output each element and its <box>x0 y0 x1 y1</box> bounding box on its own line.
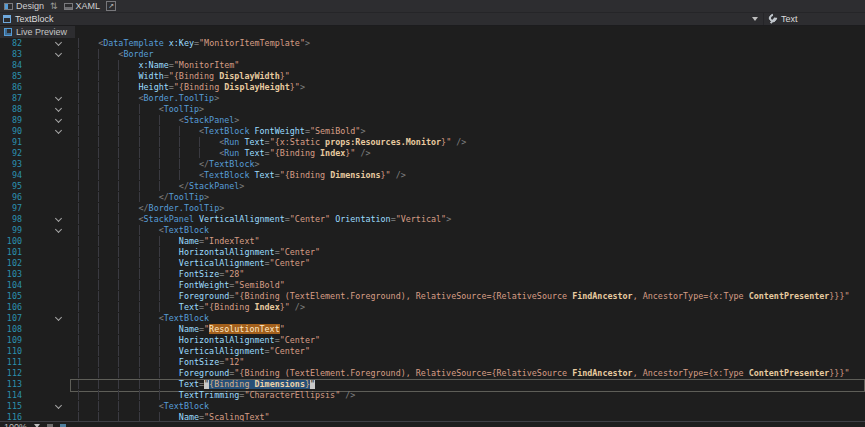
line-number[interactable]: 104 <box>0 280 26 291</box>
fold-chevron-icon[interactable] <box>55 226 62 233</box>
code-line[interactable]: 111 FontSize="12" <box>0 357 865 368</box>
design-tab[interactable]: Design <box>4 0 44 12</box>
code-line[interactable]: 85 Width="{Binding DisplayWidth}" <box>0 71 865 82</box>
code-line[interactable]: 88 <ToolTip> <box>0 104 865 115</box>
line-number[interactable]: 94 <box>0 170 26 181</box>
fold-chevron-icon[interactable] <box>55 39 62 46</box>
line-number[interactable]: 91 <box>0 137 26 148</box>
code-line[interactable]: 102 VerticalAlignment="Center" <box>0 258 865 269</box>
popout-icon[interactable]: ↗ <box>106 1 116 11</box>
live-preview-icon <box>4 28 12 36</box>
line-number[interactable]: 83 <box>0 49 26 60</box>
code-line[interactable]: 95 </StackPanel> <box>0 181 865 192</box>
code-line[interactable]: 83 <Border <box>0 49 865 60</box>
fold-chevron-icon[interactable] <box>55 105 62 112</box>
line-number[interactable]: 102 <box>0 258 26 269</box>
line-number[interactable]: 101 <box>0 247 26 258</box>
element-dropdown[interactable]: TextBlock <box>0 13 763 25</box>
line-number[interactable]: 106 <box>0 302 26 313</box>
line-number[interactable]: 113 <box>0 379 26 390</box>
fold-chevron-icon[interactable] <box>55 50 62 57</box>
line-number[interactable]: 85 <box>0 71 26 82</box>
code-token: FontWeight <box>179 280 229 290</box>
zoom-level[interactable]: 100% <box>4 423 27 427</box>
xaml-tab[interactable]: XAML <box>64 0 101 12</box>
line-number[interactable]: 115 <box>0 401 26 412</box>
code-line[interactable]: 94 <TextBlock Text="{Binding Dimensions}… <box>0 170 865 181</box>
code-line[interactable]: 109 HorizontalAlignment="Center" <box>0 335 865 346</box>
line-number[interactable]: 87 <box>0 93 26 104</box>
line-number[interactable]: 105 <box>0 291 26 302</box>
line-number[interactable]: 84 <box>0 60 26 71</box>
line-number[interactable]: 93 <box>0 159 26 170</box>
element-type-icon <box>3 15 11 23</box>
code-token: x:Name <box>139 60 169 70</box>
code-token <box>78 60 139 70</box>
line-number[interactable]: 99 <box>0 225 26 236</box>
code-line[interactable]: 110 VerticalAlignment="Center" <box>0 346 865 357</box>
code-line[interactable]: 101 HorizontalAlignment="Center" <box>0 247 865 258</box>
fold-chevron-icon[interactable] <box>55 127 62 134</box>
swap-panes-icon[interactable]: ⇅ <box>50 0 58 12</box>
line-number[interactable]: 95 <box>0 181 26 192</box>
code-line[interactable]: 87 <Border.ToolTip> <box>0 93 865 104</box>
code-line[interactable]: 96 </ToolTip> <box>0 192 865 203</box>
code-line[interactable]: 112 Foreground="{Binding (TextElement.Fo… <box>0 368 865 379</box>
code-line[interactable]: 115 <TextBlock <box>0 401 865 412</box>
line-number[interactable]: 86 <box>0 82 26 93</box>
code-line[interactable]: 105 Foreground="{Binding (TextElement.Fo… <box>0 291 865 302</box>
code-line[interactable]: 93 </TextBlock> <box>0 159 865 170</box>
code-line[interactable]: 99 <TextBlock <box>0 225 865 236</box>
code-line[interactable]: 113 Text="{Binding Dimensions}" <box>0 379 865 390</box>
code-token <box>78 357 179 367</box>
member-dropdown[interactable]: Text <box>763 13 865 25</box>
line-number[interactable]: 90 <box>0 126 26 137</box>
code-token: </ <box>199 159 209 169</box>
code-editor[interactable]: 82 <DataTemplate x:Key="MonitorItemTempl… <box>0 38 865 427</box>
code-line[interactable]: 90 <TextBlock FontWeight="SemiBold"> <box>0 126 865 137</box>
fold-chevron-icon[interactable] <box>55 215 62 222</box>
code-line[interactable]: 86 Height="{Binding DisplayHeight}"> <box>0 82 865 93</box>
code-line[interactable]: 91 <Run Text="{x:Static props:Resources.… <box>0 137 865 148</box>
code-line[interactable]: 114 TextTrimming="CharacterEllipsis" /> <box>0 390 865 401</box>
line-number[interactable]: 92 <box>0 148 26 159</box>
code-line[interactable]: 92 <Run Text="{Binding Index}" /> <box>0 148 865 159</box>
code-line[interactable]: 97 </Border.ToolTip> <box>0 203 865 214</box>
code-token: Dimensions <box>330 170 380 180</box>
fold-chevron-icon[interactable] <box>55 314 62 321</box>
line-number[interactable]: 109 <box>0 335 26 346</box>
code-line[interactable]: 84 x:Name="MonitorItem" <box>0 60 865 71</box>
line-number[interactable]: 103 <box>0 269 26 280</box>
line-number[interactable]: 89 <box>0 115 26 126</box>
fold-margin <box>26 214 66 225</box>
code-line[interactable]: 82 <DataTemplate x:Key="MonitorItemTempl… <box>0 38 865 49</box>
line-number[interactable]: 98 <box>0 214 26 225</box>
code-line[interactable]: 89 <StackPanel> <box>0 115 865 126</box>
line-number[interactable]: 96 <box>0 192 26 203</box>
code-line[interactable]: 98 <StackPanel VerticalAlignment="Center… <box>0 214 865 225</box>
line-number[interactable]: 100 <box>0 236 26 247</box>
fold-chevron-icon[interactable] <box>55 94 62 101</box>
line-number[interactable]: 88 <box>0 104 26 115</box>
code-line[interactable]: 107 <TextBlock <box>0 313 865 324</box>
line-number[interactable]: 114 <box>0 390 26 401</box>
line-number[interactable]: 111 <box>0 357 26 368</box>
code-line[interactable]: 104 FontWeight="SemiBold" <box>0 280 865 291</box>
line-number[interactable]: 97 <box>0 203 26 214</box>
line-number[interactable]: 108 <box>0 324 26 335</box>
fold-margin <box>26 313 66 324</box>
code-token <box>78 258 179 268</box>
line-number[interactable]: 112 <box>0 368 26 379</box>
fold-chevron-icon[interactable] <box>55 402 62 409</box>
line-number[interactable]: 110 <box>0 346 26 357</box>
code-token: "Center" <box>270 258 310 268</box>
code-line[interactable]: 108 Name="ResolutionText" <box>0 324 865 335</box>
line-number[interactable]: 82 <box>0 38 26 49</box>
code-line[interactable]: 103 FontSize="28" <box>0 269 865 280</box>
line-number[interactable]: 107 <box>0 313 26 324</box>
fold-chevron-icon[interactable] <box>55 116 62 123</box>
code-line[interactable]: 100 Name="IndexText" <box>0 236 865 247</box>
code-text: x:Name="MonitorItem" <box>78 60 239 71</box>
code-line[interactable]: 106 Text="{Binding Index}" /> <box>0 302 865 313</box>
live-preview-tab[interactable]: Live Preview <box>0 26 75 38</box>
